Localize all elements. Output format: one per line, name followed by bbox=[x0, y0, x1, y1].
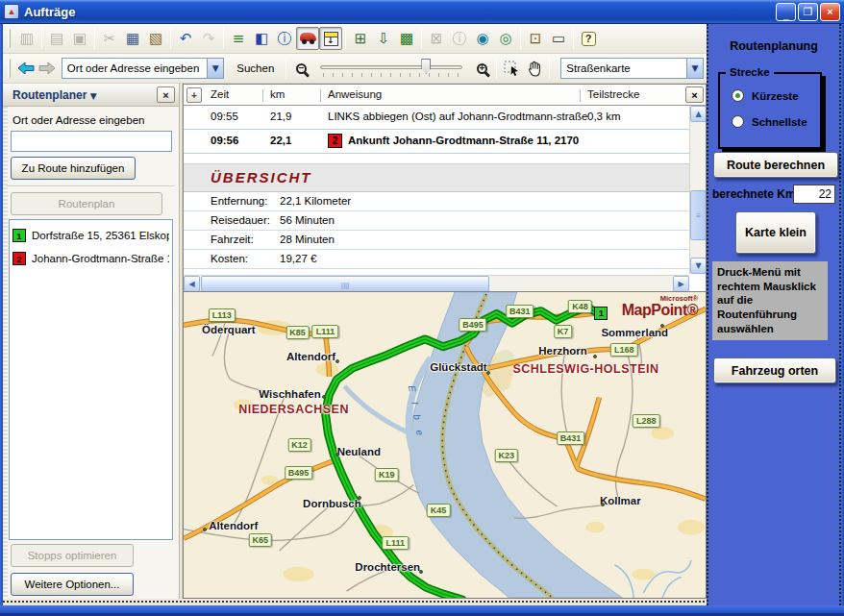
nav-toolbar-gripper[interactable] bbox=[8, 59, 11, 78]
add-to-grid-button[interactable]: ⊞ bbox=[349, 27, 372, 50]
cell-km: 22,1 bbox=[270, 135, 291, 146]
stop-list-item[interactable]: 2Johann-Grodtmann-Straße 11, bbox=[12, 247, 169, 270]
drop-stop-button[interactable] bbox=[319, 27, 342, 50]
direction-row[interactable]: 09:5622,12Ankunft Johann-Grodtmann-Straß… bbox=[184, 130, 689, 154]
scroll-right-button[interactable]: ▶ bbox=[673, 276, 689, 292]
map-scale-button[interactable]: ▭ bbox=[547, 27, 570, 50]
pan-tool-button[interactable] bbox=[523, 57, 546, 80]
redo-button: ↷ bbox=[197, 27, 220, 50]
select-tool-button[interactable] bbox=[500, 57, 523, 80]
more-options-button[interactable]: Weitere Optionen... bbox=[11, 573, 134, 596]
radio-button-selected[interactable] bbox=[732, 89, 744, 102]
road-sign: K85 bbox=[285, 326, 310, 339]
cell-zeit: 09:56 bbox=[211, 135, 238, 146]
legend-button[interactable]: ≡ bbox=[227, 27, 250, 50]
expand-all-button[interactable]: + bbox=[186, 87, 202, 103]
stops-listbox[interactable]: 1Dorfstraße 15, 25361 Elskop2Johann-Grod… bbox=[9, 219, 173, 540]
column-header-zeit[interactable]: Zeit bbox=[211, 88, 229, 100]
legend-icon: ≡ bbox=[233, 32, 245, 46]
toolbar-gripper[interactable] bbox=[8, 29, 11, 48]
add-to-route-button[interactable]: Zu Route hinzufügen bbox=[11, 157, 136, 180]
routing-panel: Routenplanung Strecke KürzesteSchnellste… bbox=[707, 24, 841, 605]
routeplanner-header[interactable]: Routenplaner ▼ × bbox=[3, 84, 179, 107]
data-package-button[interactable]: ⊡ bbox=[524, 27, 547, 50]
print-menu-hint: Druck-Menü mit rechtem Mausklick auf die… bbox=[712, 261, 828, 340]
zoom-in-button[interactable]: + bbox=[470, 57, 493, 80]
cell-anweisung: LINKS abbiegen (Ost) auf Johann-Grodtman… bbox=[328, 111, 587, 122]
map-style-dropdown[interactable]: ▼ bbox=[686, 59, 703, 78]
copy-button[interactable]: ▦ bbox=[121, 27, 144, 50]
strecke-groupbox-label: Strecke bbox=[726, 66, 774, 78]
import-stops-button[interactable]: ⇩ bbox=[372, 27, 395, 50]
radio-button[interactable] bbox=[732, 115, 744, 128]
map-small-button[interactable]: Karte klein bbox=[735, 211, 816, 254]
address-entry-label: Ort oder Adresse eingeben bbox=[12, 114, 144, 126]
close-button[interactable]: × bbox=[820, 3, 840, 21]
direction-row[interactable]: 09:5521,9LINKS abbiegen (Ost) auf Johann… bbox=[184, 106, 689, 130]
zoom-slider-ticks bbox=[323, 73, 459, 77]
overview-label: Entfernung: bbox=[211, 195, 267, 207]
town-label: Wischhafen bbox=[259, 388, 320, 400]
column-separator[interactable] bbox=[262, 89, 263, 102]
locate-vehicle-label: Fahrzeug orten bbox=[732, 364, 818, 378]
app-window: ▲ Aufträge _ ❐ × ▥▤▣✂▦▧↶↷≡◧ⓘ⊞⇩▩⊠ⓘ◉◎⊡▭? bbox=[0, 0, 844, 616]
search-button-label: Suchen bbox=[236, 62, 274, 74]
globe-search-button[interactable]: ◉ bbox=[471, 27, 494, 50]
paste-button[interactable]: ▧ bbox=[144, 27, 167, 50]
map-view-button[interactable]: ◧ bbox=[250, 27, 273, 50]
stop-number-badge: 1 bbox=[12, 229, 26, 242]
column-header-km[interactable]: km bbox=[270, 88, 285, 100]
column-separator[interactable] bbox=[320, 89, 321, 102]
route-option-schnellste[interactable]: Schnellste bbox=[732, 115, 807, 128]
address-combobox-dropdown[interactable]: ▼ bbox=[207, 59, 223, 78]
zoom-slider-thumb[interactable] bbox=[421, 59, 431, 74]
scroll-left-button[interactable]: ◀ bbox=[184, 276, 200, 292]
map-view[interactable]: Microsoft® MapPoint® NIEDERSACHSENSCHLES… bbox=[183, 292, 707, 599]
back-button[interactable] bbox=[15, 58, 37, 79]
zoom-slider[interactable] bbox=[320, 57, 462, 80]
add-to-grid-icon: ⊞ bbox=[355, 32, 367, 46]
stop-list-item[interactable]: 1Dorfstraße 15, 25361 Elskop bbox=[12, 224, 169, 247]
calculated-km-input[interactable] bbox=[793, 185, 835, 204]
scroll-down-button[interactable]: ▼ bbox=[690, 258, 707, 274]
locate-vehicle-button[interactable]: Fahrzeug orten bbox=[713, 357, 836, 383]
stop-number-badge: 2 bbox=[12, 252, 26, 265]
undo-button[interactable]: ↶ bbox=[174, 27, 197, 50]
vertical-scrollbar[interactable]: ▲ ≡ ▼ bbox=[689, 106, 706, 274]
road-sign: K19 bbox=[375, 468, 399, 481]
cell-zeit: 09:55 bbox=[211, 111, 238, 122]
calculate-route-label: Route berechnen bbox=[727, 159, 825, 172]
globe-route-button[interactable]: ◎ bbox=[494, 27, 517, 50]
directions-close-button[interactable]: × bbox=[685, 86, 704, 103]
import-stops-icon: ⇩ bbox=[378, 32, 390, 46]
search-button[interactable]: Suchen bbox=[228, 58, 283, 79]
radio-label: Schnellste bbox=[752, 116, 807, 128]
route-option-kürzeste[interactable]: Kürzeste bbox=[732, 89, 799, 102]
horizontal-scroll-thumb[interactable]: |||| bbox=[201, 276, 489, 292]
horizontal-scrollbar[interactable]: ◀ |||| ▶ bbox=[184, 275, 689, 291]
route-vehicle-button[interactable] bbox=[296, 27, 319, 50]
zoom-out-button[interactable]: – bbox=[289, 57, 312, 80]
vertical-scroll-thumb[interactable]: ≡ bbox=[690, 190, 707, 240]
help-button[interactable]: ? bbox=[577, 27, 600, 50]
town-label: Herzhorn bbox=[538, 345, 586, 357]
column-header-teilstrecke[interactable]: Teilstrecke bbox=[587, 88, 639, 100]
cell-km: 21,9 bbox=[270, 111, 291, 122]
territory-map-button[interactable]: ▩ bbox=[395, 27, 418, 50]
address-entry-input[interactable] bbox=[11, 131, 172, 152]
map-style-combobox[interactable]: Straßenkarte ▼ bbox=[560, 58, 704, 79]
column-separator[interactable] bbox=[580, 89, 581, 102]
routeplanner-close-button[interactable]: × bbox=[157, 86, 175, 103]
town-dot bbox=[322, 395, 326, 399]
calculate-route-button[interactable]: Route berechnen bbox=[713, 152, 838, 178]
column-header-anweisung[interactable]: Anweisung bbox=[328, 88, 382, 100]
maximize-button[interactable]: ❐ bbox=[798, 3, 818, 21]
town-label: Dornbusch bbox=[303, 498, 361, 509]
copy-icon: ▦ bbox=[126, 32, 139, 46]
help-icon: ? bbox=[582, 32, 596, 46]
minimize-button[interactable]: _ bbox=[776, 3, 796, 21]
address-combobox[interactable]: Ort oder Adresse eingeben ▼ bbox=[62, 58, 224, 79]
scroll-up-button[interactable]: ▲ bbox=[690, 106, 707, 122]
directions-button[interactable]: ⓘ bbox=[273, 27, 296, 50]
overview-label: Fahrzeit: bbox=[211, 234, 254, 245]
